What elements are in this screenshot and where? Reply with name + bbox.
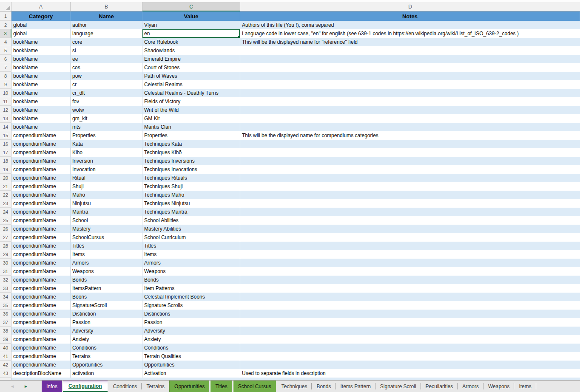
cell-category[interactable]: bookName [11, 46, 71, 55]
cell-name[interactable]: author [71, 21, 142, 29]
cell-name[interactable]: mts [71, 123, 142, 131]
cell-name[interactable]: SignatureScroll [71, 301, 142, 310]
cell-category[interactable]: compendiumName [11, 242, 71, 250]
cell-value[interactable]: Celestial Realms - Deathly Turns [142, 89, 240, 97]
cell-name[interactable]: Distinction [71, 310, 142, 318]
row-header[interactable]: 41 [0, 352, 11, 361]
cell-category[interactable]: compendiumName [11, 259, 71, 267]
cell-notes[interactable] [240, 250, 580, 259]
cell-category[interactable]: bookName [11, 123, 71, 131]
row-header[interactable]: 29 [0, 250, 11, 259]
cell-notes[interactable] [240, 72, 580, 80]
cell-category[interactable]: compendiumName [11, 174, 71, 182]
row-header[interactable]: 5 [0, 46, 11, 55]
sheet-tab-items[interactable]: Items [514, 381, 536, 392]
cell-category[interactable]: compendiumName [11, 191, 71, 199]
cell-value[interactable]: Techniques Inversions [142, 157, 240, 165]
sheet-tab-configuration[interactable]: Configuration [63, 381, 108, 392]
row-header[interactable]: 35 [0, 301, 11, 310]
cell-notes[interactable] [240, 182, 580, 191]
cell-name[interactable]: language [71, 29, 142, 38]
cell-name[interactable]: Opportunities [71, 361, 142, 369]
sheet-tab-titles[interactable]: Titles [210, 381, 232, 392]
cell-notes[interactable] [240, 174, 580, 182]
cell-notes[interactable] [240, 361, 580, 369]
cell-notes[interactable] [240, 242, 580, 250]
cell-value[interactable]: Techniques Mahõ [142, 191, 240, 199]
cell-name[interactable]: sl [71, 46, 142, 55]
row-header[interactable]: 36 [0, 310, 11, 318]
cell-value[interactable]: Armors [142, 259, 240, 267]
cell-notes[interactable]: Authors of this file (You !), coma separ… [240, 21, 580, 29]
cell-category[interactable]: compendiumName [11, 310, 71, 318]
cell-name[interactable]: Adversity [71, 327, 142, 335]
column-header-a[interactable]: A [11, 2, 71, 11]
row-header[interactable]: 12 [0, 106, 11, 114]
cell-value[interactable]: Shadowlands [142, 46, 240, 55]
cell-value[interactable]: Opportunities [142, 361, 240, 369]
cell-name[interactable]: cr_dlt [71, 89, 142, 97]
cell-category[interactable]: compendiumName [11, 157, 71, 165]
cell-category[interactable]: bookName [11, 89, 71, 97]
cell-notes[interactable]: This will be the displayed name for comp… [240, 131, 580, 140]
cell-notes[interactable] [240, 148, 580, 157]
cell-notes[interactable] [240, 335, 580, 344]
row-header[interactable]: 34 [0, 293, 11, 301]
cell-category[interactable]: compendiumName [11, 293, 71, 301]
cell-value[interactable]: Fields of Victory [142, 97, 240, 106]
cell-category[interactable]: compendiumName [11, 284, 71, 293]
cell-name[interactable]: Kiho [71, 148, 142, 157]
row-header[interactable]: 24 [0, 208, 11, 216]
cell-notes[interactable] [240, 267, 580, 276]
cell-notes[interactable] [240, 140, 580, 148]
cell-notes[interactable] [240, 327, 580, 335]
cell-name[interactable]: Boons [71, 293, 142, 301]
cell-value[interactable]: Activation [142, 369, 240, 378]
cell-value[interactable]: Celestial Realms [142, 80, 240, 89]
cell-name[interactable]: Kata [71, 140, 142, 148]
cell-category[interactable]: global [11, 21, 71, 29]
row-header[interactable]: 42 [0, 361, 11, 369]
cell-notes[interactable] [240, 80, 580, 89]
row-header[interactable]: 10 [0, 89, 11, 97]
cell-value[interactable]: GM Kit [142, 114, 240, 123]
row-header[interactable]: 7 [0, 63, 11, 72]
cell-value[interactable]: Anxiety [142, 335, 240, 344]
sheet-tab-armors[interactable]: Armors [458, 381, 483, 392]
sheet-tab-opportunities[interactable]: Opportunities [169, 381, 209, 392]
cell-value[interactable]: Weapons [142, 267, 240, 276]
cell-value[interactable]: Emerald Empire [142, 55, 240, 63]
header-cell-notes[interactable]: Notes [240, 11, 580, 21]
sheet-tab-school-cursus[interactable]: School Cursus [233, 381, 276, 392]
cell-value[interactable]: Terrain Qualities [142, 352, 240, 361]
cell-category[interactable]: compendiumName [11, 199, 71, 208]
cell-category[interactable]: compendiumName [11, 225, 71, 233]
row-header[interactable]: 30 [0, 259, 11, 267]
cell-notes[interactable] [240, 259, 580, 267]
row-header[interactable]: 14 [0, 123, 11, 131]
cell-name[interactable]: Inversion [71, 157, 142, 165]
cell-category[interactable]: compendiumName [11, 352, 71, 361]
cell-category[interactable]: compendiumName [11, 165, 71, 174]
cell-name[interactable]: cr [71, 80, 142, 89]
cell-value[interactable]: Distinctions [142, 310, 240, 318]
cell-value[interactable]: Celestial Implement Boons [142, 293, 240, 301]
sheet-tab-weapons[interactable]: Weapons [483, 381, 514, 392]
cell-notes[interactable] [240, 55, 580, 63]
cell-notes[interactable] [240, 191, 580, 199]
sheet-tab-infos[interactable]: Infos [42, 381, 62, 392]
row-header[interactable]: 20 [0, 174, 11, 182]
cell-notes[interactable]: Used to separate fields in description [240, 369, 580, 378]
cell-value[interactable]: Techniques Kihõ [142, 148, 240, 157]
sheet-tab-terrains[interactable]: Terrains [142, 381, 169, 392]
cell-name[interactable]: Conditions [71, 344, 142, 352]
row-header[interactable]: 21 [0, 182, 11, 191]
cell-value[interactable]: Passion [142, 318, 240, 327]
cell-value[interactable]: School Abilities [142, 216, 240, 225]
cell-notes[interactable] [240, 157, 580, 165]
sheet-tab-conditions[interactable]: Conditions [108, 381, 142, 392]
cell-category[interactable]: compendiumName [11, 208, 71, 216]
cell-name[interactable]: fov [71, 97, 142, 106]
header-cell-name[interactable]: Name [71, 11, 142, 21]
row-header[interactable]: 1 [0, 11, 11, 21]
